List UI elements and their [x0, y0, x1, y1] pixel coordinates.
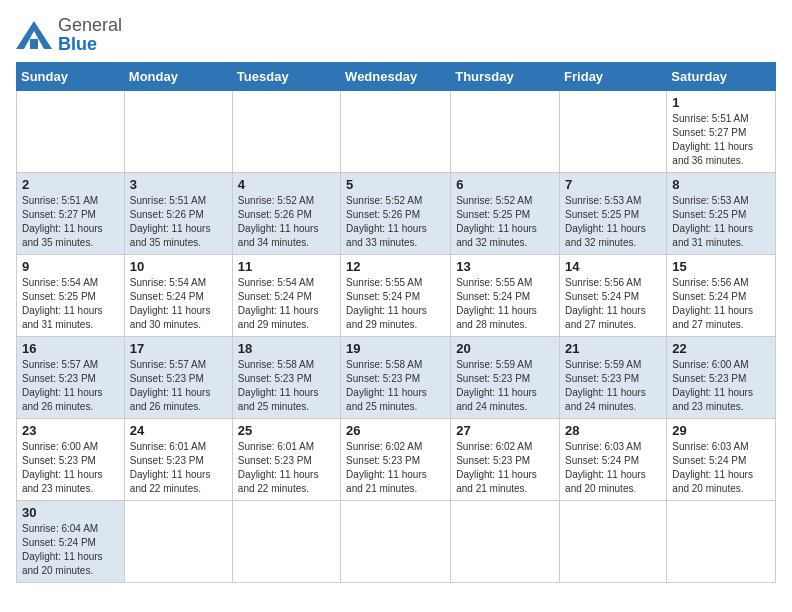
calendar-cell: 5Sunrise: 5:52 AMSunset: 5:26 PMDaylight… — [341, 173, 451, 255]
day-number: 19 — [346, 341, 445, 356]
day-info: Sunrise: 5:58 AMSunset: 5:23 PMDaylight:… — [238, 358, 335, 414]
day-info: Sunrise: 5:52 AMSunset: 5:26 PMDaylight:… — [346, 194, 445, 250]
day-info: Sunrise: 5:57 AMSunset: 5:23 PMDaylight:… — [22, 358, 119, 414]
calendar-cell — [232, 501, 340, 583]
day-info: Sunrise: 5:54 AMSunset: 5:25 PMDaylight:… — [22, 276, 119, 332]
day-number: 12 — [346, 259, 445, 274]
calendar-cell: 21Sunrise: 5:59 AMSunset: 5:23 PMDayligh… — [560, 337, 667, 419]
calendar-week-row: 2Sunrise: 5:51 AMSunset: 5:27 PMDaylight… — [17, 173, 776, 255]
logo-general: GeneralBlue — [58, 15, 122, 54]
calendar-cell — [560, 91, 667, 173]
calendar-cell — [124, 501, 232, 583]
day-number: 2 — [22, 177, 119, 192]
day-info: Sunrise: 6:00 AMSunset: 5:23 PMDaylight:… — [672, 358, 770, 414]
calendar-cell: 14Sunrise: 5:56 AMSunset: 5:24 PMDayligh… — [560, 255, 667, 337]
calendar-cell: 17Sunrise: 5:57 AMSunset: 5:23 PMDayligh… — [124, 337, 232, 419]
day-number: 28 — [565, 423, 661, 438]
calendar-cell: 11Sunrise: 5:54 AMSunset: 5:24 PMDayligh… — [232, 255, 340, 337]
day-info: Sunrise: 5:54 AMSunset: 5:24 PMDaylight:… — [130, 276, 227, 332]
day-info: Sunrise: 5:55 AMSunset: 5:24 PMDaylight:… — [456, 276, 554, 332]
calendar-cell: 1Sunrise: 5:51 AMSunset: 5:27 PMDaylight… — [667, 91, 776, 173]
day-info: Sunrise: 6:01 AMSunset: 5:23 PMDaylight:… — [130, 440, 227, 496]
day-number: 4 — [238, 177, 335, 192]
day-info: Sunrise: 6:01 AMSunset: 5:23 PMDaylight:… — [238, 440, 335, 496]
calendar-cell — [451, 91, 560, 173]
day-info: Sunrise: 5:54 AMSunset: 5:24 PMDaylight:… — [238, 276, 335, 332]
day-info: Sunrise: 5:51 AMSunset: 5:26 PMDaylight:… — [130, 194, 227, 250]
day-info: Sunrise: 5:53 AMSunset: 5:25 PMDaylight:… — [565, 194, 661, 250]
day-info: Sunrise: 5:56 AMSunset: 5:24 PMDaylight:… — [565, 276, 661, 332]
day-number: 15 — [672, 259, 770, 274]
day-info: Sunrise: 5:59 AMSunset: 5:23 PMDaylight:… — [565, 358, 661, 414]
day-info: Sunrise: 5:51 AMSunset: 5:27 PMDaylight:… — [672, 112, 770, 168]
day-number: 11 — [238, 259, 335, 274]
day-number: 24 — [130, 423, 227, 438]
day-number: 14 — [565, 259, 661, 274]
logo-text: GeneralBlue — [58, 16, 122, 54]
calendar-cell: 19Sunrise: 5:58 AMSunset: 5:23 PMDayligh… — [341, 337, 451, 419]
calendar-week-row: 30Sunrise: 6:04 AMSunset: 5:24 PMDayligh… — [17, 501, 776, 583]
calendar-week-row: 16Sunrise: 5:57 AMSunset: 5:23 PMDayligh… — [17, 337, 776, 419]
day-info: Sunrise: 6:03 AMSunset: 5:24 PMDaylight:… — [565, 440, 661, 496]
weekday-header-monday: Monday — [124, 63, 232, 91]
calendar-cell: 8Sunrise: 5:53 AMSunset: 5:25 PMDaylight… — [667, 173, 776, 255]
weekday-header-friday: Friday — [560, 63, 667, 91]
day-number: 18 — [238, 341, 335, 356]
logo-icon — [16, 21, 52, 49]
calendar-cell — [124, 91, 232, 173]
day-number: 5 — [346, 177, 445, 192]
calendar-cell: 27Sunrise: 6:02 AMSunset: 5:23 PMDayligh… — [451, 419, 560, 501]
calendar-cell: 3Sunrise: 5:51 AMSunset: 5:26 PMDaylight… — [124, 173, 232, 255]
day-info: Sunrise: 5:52 AMSunset: 5:25 PMDaylight:… — [456, 194, 554, 250]
weekday-header-sunday: Sunday — [17, 63, 125, 91]
calendar-week-row: 23Sunrise: 6:00 AMSunset: 5:23 PMDayligh… — [17, 419, 776, 501]
calendar-cell: 20Sunrise: 5:59 AMSunset: 5:23 PMDayligh… — [451, 337, 560, 419]
day-number: 6 — [456, 177, 554, 192]
calendar-cell: 30Sunrise: 6:04 AMSunset: 5:24 PMDayligh… — [17, 501, 125, 583]
weekday-header-row: SundayMondayTuesdayWednesdayThursdayFrid… — [17, 63, 776, 91]
weekday-header-saturday: Saturday — [667, 63, 776, 91]
calendar-cell: 4Sunrise: 5:52 AMSunset: 5:26 PMDaylight… — [232, 173, 340, 255]
calendar-cell: 9Sunrise: 5:54 AMSunset: 5:25 PMDaylight… — [17, 255, 125, 337]
calendar-cell: 29Sunrise: 6:03 AMSunset: 5:24 PMDayligh… — [667, 419, 776, 501]
day-info: Sunrise: 5:55 AMSunset: 5:24 PMDaylight:… — [346, 276, 445, 332]
weekday-header-thursday: Thursday — [451, 63, 560, 91]
day-info: Sunrise: 5:53 AMSunset: 5:25 PMDaylight:… — [672, 194, 770, 250]
day-number: 30 — [22, 505, 119, 520]
calendar-table: SundayMondayTuesdayWednesdayThursdayFrid… — [16, 62, 776, 583]
calendar-cell: 16Sunrise: 5:57 AMSunset: 5:23 PMDayligh… — [17, 337, 125, 419]
day-number: 20 — [456, 341, 554, 356]
day-number: 3 — [130, 177, 227, 192]
calendar-cell: 28Sunrise: 6:03 AMSunset: 5:24 PMDayligh… — [560, 419, 667, 501]
day-number: 13 — [456, 259, 554, 274]
calendar-cell: 7Sunrise: 5:53 AMSunset: 5:25 PMDaylight… — [560, 173, 667, 255]
calendar-cell: 2Sunrise: 5:51 AMSunset: 5:27 PMDaylight… — [17, 173, 125, 255]
calendar-cell — [17, 91, 125, 173]
day-number: 29 — [672, 423, 770, 438]
logo: GeneralBlue — [16, 16, 122, 54]
calendar-cell: 24Sunrise: 6:01 AMSunset: 5:23 PMDayligh… — [124, 419, 232, 501]
calendar-week-row: 1Sunrise: 5:51 AMSunset: 5:27 PMDaylight… — [17, 91, 776, 173]
day-info: Sunrise: 6:02 AMSunset: 5:23 PMDaylight:… — [456, 440, 554, 496]
day-number: 9 — [22, 259, 119, 274]
calendar-cell: 22Sunrise: 6:00 AMSunset: 5:23 PMDayligh… — [667, 337, 776, 419]
day-number: 26 — [346, 423, 445, 438]
calendar-cell: 12Sunrise: 5:55 AMSunset: 5:24 PMDayligh… — [341, 255, 451, 337]
calendar-cell — [341, 501, 451, 583]
calendar-cell — [667, 501, 776, 583]
header: GeneralBlue — [16, 16, 776, 54]
calendar-cell — [560, 501, 667, 583]
day-number: 17 — [130, 341, 227, 356]
day-number: 10 — [130, 259, 227, 274]
calendar-cell — [232, 91, 340, 173]
calendar-cell: 6Sunrise: 5:52 AMSunset: 5:25 PMDaylight… — [451, 173, 560, 255]
calendar-cell: 18Sunrise: 5:58 AMSunset: 5:23 PMDayligh… — [232, 337, 340, 419]
calendar-cell — [341, 91, 451, 173]
day-info: Sunrise: 5:51 AMSunset: 5:27 PMDaylight:… — [22, 194, 119, 250]
weekday-header-wednesday: Wednesday — [341, 63, 451, 91]
day-number: 27 — [456, 423, 554, 438]
calendar-cell: 26Sunrise: 6:02 AMSunset: 5:23 PMDayligh… — [341, 419, 451, 501]
calendar-week-row: 9Sunrise: 5:54 AMSunset: 5:25 PMDaylight… — [17, 255, 776, 337]
svg-rect-2 — [30, 39, 38, 49]
day-info: Sunrise: 6:00 AMSunset: 5:23 PMDaylight:… — [22, 440, 119, 496]
